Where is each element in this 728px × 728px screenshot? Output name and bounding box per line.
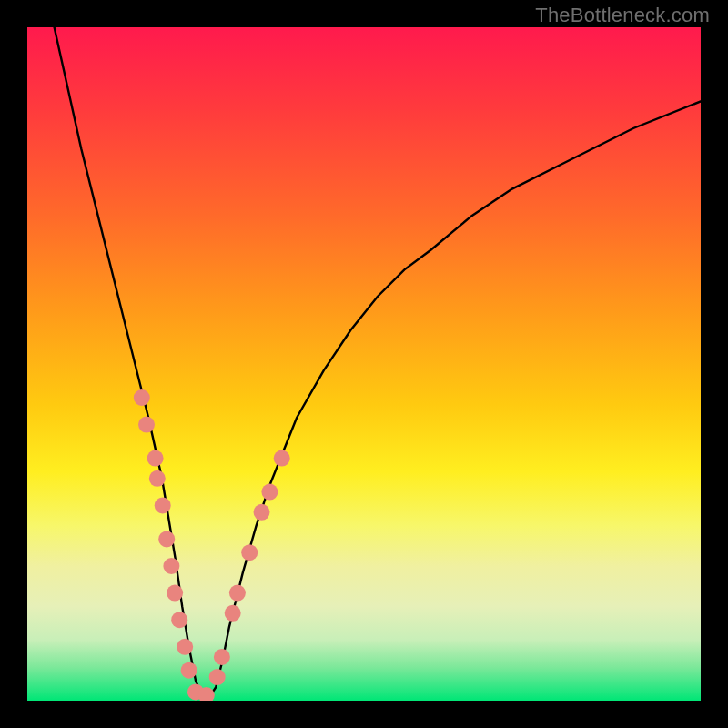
data-point — [177, 639, 193, 655]
curve-path — [55, 27, 701, 697]
data-point — [241, 544, 258, 561]
data-point — [274, 450, 290, 467]
data-point — [254, 504, 270, 521]
data-point — [147, 450, 164, 467]
data-point — [155, 497, 171, 513]
bottleneck-curve — [27, 27, 701, 701]
data-point — [181, 662, 197, 679]
plot-area — [27, 27, 701, 701]
watermark-text: TheBottleneck.com — [535, 4, 710, 27]
data-point — [163, 558, 179, 574]
data-point — [138, 417, 155, 433]
data-point — [214, 649, 230, 665]
data-point — [134, 389, 150, 406]
data-point — [261, 484, 278, 500]
data-point — [209, 669, 226, 685]
data-point — [229, 585, 246, 602]
data-point — [158, 531, 175, 547]
data-point — [171, 612, 187, 628]
chart-frame: TheBottleneck.com — [0, 0, 728, 728]
data-point — [167, 585, 183, 602]
data-point — [225, 605, 241, 622]
data-point — [149, 470, 166, 487]
